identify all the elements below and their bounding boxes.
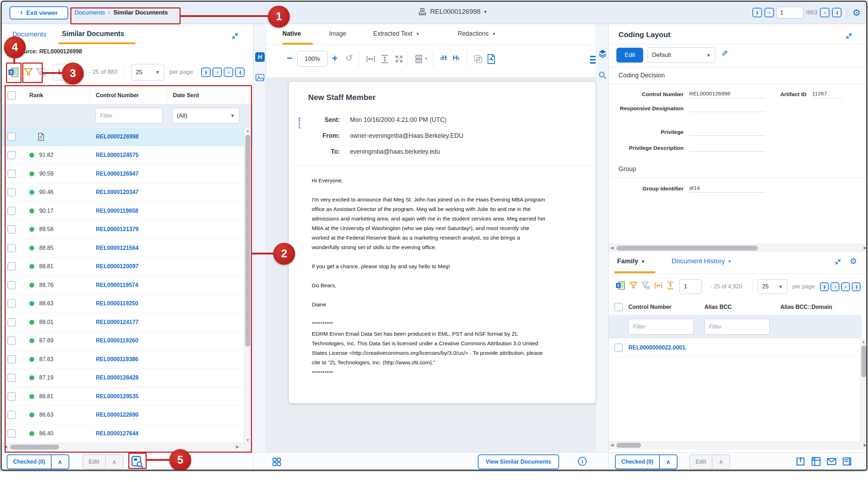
tab-similar-documents[interactable]: Similar Documents — [62, 30, 124, 38]
table-row[interactable]: 88.81REL0000120097 — [2, 258, 253, 276]
row-checkbox[interactable] — [614, 343, 623, 352]
row-checkbox[interactable] — [7, 262, 16, 271]
table-row[interactable]: 87.19REL0000128428 — [2, 369, 253, 388]
list-first-page-button[interactable]: |‹ — [201, 67, 211, 77]
select-all-checkbox[interactable] — [7, 91, 16, 100]
row-checkbox[interactable] — [7, 299, 16, 308]
pdf-icon[interactable] — [487, 54, 496, 64]
alias-bcc-filter-input[interactable] — [704, 319, 770, 335]
subpanel-settings-gear-icon[interactable]: ⚙ — [850, 257, 857, 266]
scroll-left-arrow[interactable]: ◀ — [610, 245, 614, 250]
row-checkbox[interactable] — [7, 225, 16, 234]
view-similar-documents-button[interactable]: View Similar Documents — [478, 454, 559, 469]
settings-gear-icon[interactable]: ⚙ — [852, 8, 861, 17]
tab-document-history[interactable]: Document History ▾ — [671, 257, 731, 265]
stack-icon[interactable] — [842, 456, 852, 467]
checked-expand-button[interactable]: ∧ — [51, 454, 69, 469]
export-excel-icon[interactable]: X — [8, 67, 19, 77]
search-icon[interactable] — [598, 71, 607, 80]
clear-filter-icon[interactable] — [641, 281, 651, 290]
column-header-control-number[interactable]: Control Number — [90, 89, 168, 101]
edit-layout-pencil-icon[interactable]: ✎ — [721, 49, 728, 59]
row-checkbox[interactable] — [7, 151, 16, 159]
column-header-control-number[interactable]: Control Number — [628, 304, 704, 310]
last-page-button[interactable]: ›| — [832, 8, 841, 17]
control-number-link[interactable]: REL0000120347 — [96, 189, 139, 195]
column-header-rank[interactable]: Rank — [22, 89, 90, 101]
row-checkbox[interactable] — [7, 281, 16, 289]
control-number-link[interactable]: REL0000000022.0001. — [628, 345, 687, 351]
control-number-link[interactable]: REL0000121564 — [96, 245, 139, 251]
row-checkbox[interactable] — [7, 207, 16, 215]
mail-icon[interactable] — [826, 456, 837, 467]
family-page-size-select[interactable]: 25 ▼ — [758, 279, 787, 294]
row-checkbox[interactable] — [7, 392, 16, 401]
row-checkbox[interactable] — [7, 374, 16, 382]
row-checkbox[interactable] — [7, 188, 16, 196]
family-next-page-button[interactable]: › — [841, 282, 850, 291]
mass-edit-button[interactable]: Edit — [82, 454, 105, 469]
table-row[interactable]: 90.17REL0000119658 — [2, 202, 253, 221]
control-number-link[interactable]: REL0000119250 — [96, 300, 138, 307]
table-row[interactable]: 90.59REL0000126947 — [2, 165, 253, 183]
zoom-out-button[interactable]: − — [287, 53, 292, 63]
scroll-left-arrow[interactable]: ◀ — [4, 444, 7, 449]
persistent-highlight-icon[interactable]: H — [255, 52, 265, 62]
table-row[interactable]: 90.46REL0000120347 — [2, 183, 253, 202]
control-number-link[interactable]: REL0000120097 — [96, 263, 139, 270]
table-row[interactable]: 88.85REL0000121564 — [2, 239, 253, 258]
first-page-button[interactable]: |‹ — [752, 8, 762, 17]
control-number-link[interactable]: REL0000128428 — [96, 375, 139, 381]
copy-grid-icon[interactable] — [811, 456, 821, 467]
control-number-link[interactable]: REL0000119574 — [96, 282, 138, 288]
copy-image-icon[interactable] — [473, 54, 483, 64]
control-number-link[interactable]: REL0000126947 — [96, 171, 139, 177]
control-number-filter-input[interactable] — [628, 319, 694, 335]
table-row[interactable]: 88.01REL0000124177 — [2, 313, 253, 332]
table-row[interactable]: REL0000000022.0001. — [609, 339, 862, 357]
next-highlight-icon[interactable]: H› — [453, 54, 459, 62]
scroll-right-arrow[interactable]: ▶ — [864, 245, 867, 250]
control-number-link[interactable]: REL0000121379 — [96, 226, 139, 233]
export-icon[interactable] — [795, 456, 806, 467]
tab-native[interactable]: Native — [282, 30, 301, 37]
table-row[interactable]: 88.76REL0000119574 — [2, 276, 253, 295]
control-number-link[interactable]: REL0000119386 — [96, 356, 138, 363]
fit-width-icon[interactable] — [366, 54, 376, 64]
row-checkbox[interactable] — [7, 336, 16, 345]
privilege-description-value[interactable] — [689, 144, 765, 152]
actual-size-icon[interactable] — [394, 54, 404, 64]
filter-icon[interactable] — [24, 67, 34, 77]
tab-extracted-text[interactable]: Extracted Text▾ — [373, 30, 419, 37]
column-header-alias-bcc-domain[interactable]: Alias BCC::Domain — [780, 304, 862, 310]
filter-icon[interactable] — [629, 281, 638, 290]
layout-select[interactable]: Default ▼ — [647, 47, 715, 63]
chevron-down-icon[interactable]: ▾ — [425, 56, 427, 61]
list-previous-page-button[interactable]: ‹ — [212, 67, 222, 77]
privilege-value[interactable] — [689, 128, 765, 136]
control-number-filter-input[interactable] — [95, 108, 163, 124]
mass-edit-expand-button[interactable]: ∧ — [712, 454, 730, 469]
coding-horizontal-scrollbar[interactable]: ◀ ▶ — [609, 244, 867, 252]
reset-zoom-icon[interactable]: ↺ — [345, 53, 353, 64]
column-header-date-sent[interactable]: Date Sent — [168, 92, 253, 99]
list-page-input[interactable] — [53, 64, 78, 81]
row-checkbox[interactable] — [7, 133, 16, 141]
column-header-alias-bcc[interactable]: Alias BCC — [704, 304, 780, 310]
mass-edit-button[interactable]: Edit — [689, 454, 712, 469]
responsive-designation-value[interactable] — [689, 105, 765, 112]
zoom-level-box[interactable]: 100% — [297, 51, 328, 67]
family-page-input[interactable] — [679, 279, 702, 294]
family-last-page-button[interactable]: ›| — [852, 282, 861, 291]
checked-button[interactable]: Checked (0) — [615, 454, 659, 469]
row-checkbox[interactable] — [7, 170, 16, 178]
date-sent-filter-select[interactable]: (All) ▼ — [172, 108, 239, 124]
breadcrumb-documents-link[interactable]: Documents — [75, 9, 105, 16]
collapse-subpanel-icon[interactable] — [834, 258, 842, 266]
auto-width-icon[interactable] — [654, 281, 663, 290]
row-checkbox[interactable] — [7, 429, 16, 438]
table-row[interactable]: 86.63REL0000122690 — [2, 406, 253, 425]
row-checkbox[interactable] — [7, 355, 16, 364]
image-viewer-icon[interactable] — [255, 73, 265, 82]
clear-filter-icon[interactable] — [36, 67, 46, 77]
